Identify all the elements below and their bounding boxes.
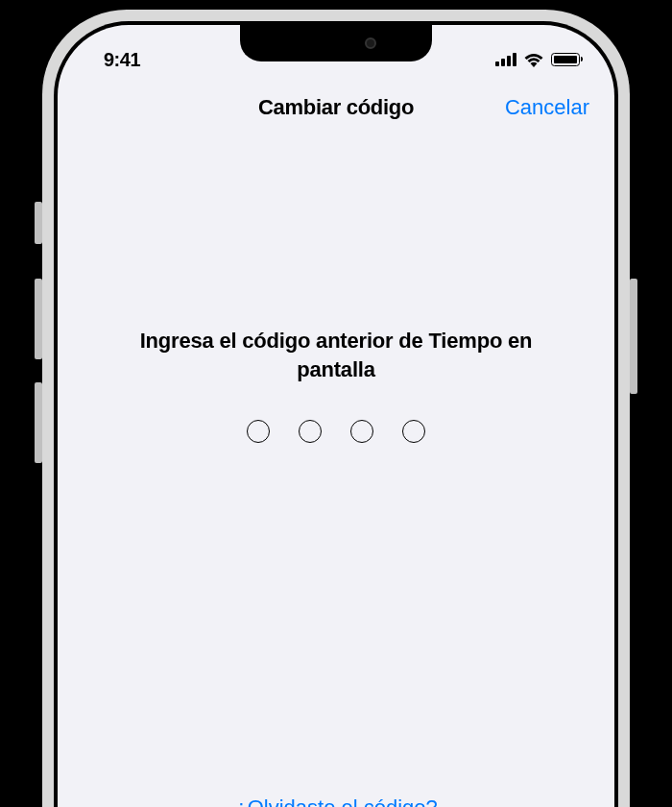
- status-time: 9:41: [104, 49, 140, 71]
- passcode-input[interactable]: [58, 420, 614, 443]
- phone-frame: 9:41: [42, 10, 630, 807]
- front-camera: [365, 37, 376, 49]
- prompt-text: Ingresa el código anterior de Tiempo en …: [58, 327, 614, 383]
- phone-bezel: 9:41: [54, 21, 618, 807]
- passcode-digit-2: [299, 420, 322, 443]
- nav-bar: Cambiar código Cancelar: [58, 81, 614, 134]
- battery-icon: [551, 53, 580, 66]
- cancel-button[interactable]: Cancelar: [505, 95, 589, 120]
- status-indicators: [495, 52, 580, 67]
- passcode-digit-1: [247, 420, 270, 443]
- passcode-digit-3: [350, 420, 373, 443]
- forgot-passcode-link[interactable]: ¿Olvidaste el código?: [58, 795, 614, 807]
- notch: [240, 25, 432, 61]
- volume-up-button[interactable]: [35, 279, 42, 359]
- nav-title: Cambiar código: [258, 95, 414, 120]
- cellular-icon: [495, 53, 516, 66]
- content-area: Ingresa el código anterior de Tiempo en …: [58, 134, 614, 443]
- volume-down-button[interactable]: [35, 382, 42, 463]
- power-button[interactable]: [630, 279, 637, 394]
- screen: 9:41: [58, 25, 614, 807]
- passcode-digit-4: [402, 420, 425, 443]
- silent-switch[interactable]: [35, 202, 42, 244]
- wifi-icon: [524, 52, 543, 67]
